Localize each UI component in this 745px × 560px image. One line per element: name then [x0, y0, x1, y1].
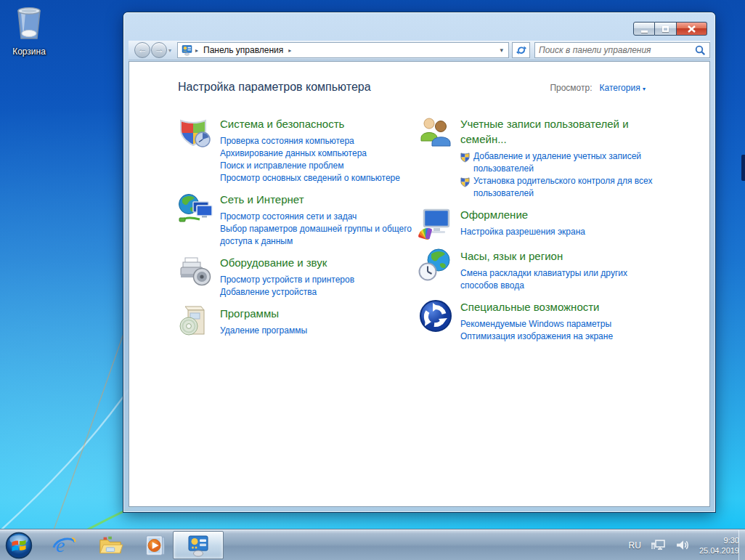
uac-shield-icon: [460, 152, 470, 163]
show-desktop-button[interactable]: [738, 529, 745, 560]
maximize-icon: [662, 26, 669, 32]
task-link[interactable]: Смена раскладки клавиатуры или других сп…: [460, 267, 658, 292]
media-player-icon: [142, 533, 167, 558]
category-title[interactable]: Часы, язык и регион: [460, 248, 658, 264]
maximize-button[interactable]: [655, 22, 677, 36]
right-column: Учетные записи пользователей и семейн...: [418, 115, 669, 349]
page-header: Настройка параметров компьютера Просмотр…: [178, 81, 646, 94]
category-appearance: Оформление Настройка разрешения экрана: [418, 206, 669, 241]
category-title[interactable]: Сеть и Интернет: [220, 192, 413, 207]
category-title[interactable]: Программы: [220, 306, 413, 321]
refresh-button[interactable]: [512, 42, 530, 58]
task-link[interactable]: Добавление устройства: [220, 286, 413, 299]
windows-start-icon: [5, 532, 33, 559]
recycle-bin-label: Корзина: [7, 46, 51, 57]
category-title[interactable]: Учетные записи пользователей и семейн...: [460, 116, 658, 147]
internet-explorer-icon: e: [52, 533, 76, 558]
view-control: Просмотр: Категория ▾: [550, 83, 646, 93]
recycle-bin-icon: [12, 6, 46, 42]
close-icon: [688, 25, 696, 33]
view-label: Просмотр:: [550, 83, 592, 93]
task-link[interactable]: Проверка состояния компьютера: [220, 135, 413, 147]
network-globe-icon[interactable]: [178, 191, 213, 226]
tray-date: 25.04.2019: [699, 545, 739, 556]
task-link-uac[interactable]: Установка родительского контроля для все…: [460, 175, 658, 200]
tray-clock[interactable]: 9:30 25.04.2019: [699, 535, 739, 556]
category-columns: Система и безопасность Проверка состояни…: [178, 115, 669, 349]
taskbar-item-internet-explorer[interactable]: e: [49, 532, 78, 559]
category-system-security: Система и безопасность Проверка состояни…: [178, 115, 418, 184]
desktop: { "desktop": { "recycle_bin_label": "Кор…: [0, 0, 745, 560]
history-dropdown-icon[interactable]: ▾: [168, 47, 171, 54]
taskbar-item-media-player[interactable]: [140, 532, 169, 559]
start-button[interactable]: [4, 532, 33, 559]
task-link[interactable]: Выбор параметров домашней группы и общег…: [220, 223, 413, 248]
breadcrumb-chevron-icon[interactable]: ▸: [195, 47, 198, 54]
language-indicator[interactable]: RU: [629, 540, 641, 551]
forward-icon: →: [155, 44, 164, 55]
breadcrumb-control-panel[interactable]: Панель управления: [203, 45, 283, 55]
navigation-bar: ← → ▾ ▸ Панель управления ▸ ▾: [129, 41, 710, 60]
chevron-down-icon: ▾: [643, 86, 646, 92]
page-title: Настройка параметров компьютера: [178, 81, 371, 94]
printer-sound-icon[interactable]: [178, 254, 213, 289]
task-link[interactable]: Поиск и исправление проблем: [220, 160, 413, 172]
search-input[interactable]: [539, 45, 695, 55]
category-user-accounts: Учетные записи пользователей и семейн...: [418, 115, 669, 200]
clock-region-icon[interactable]: [418, 248, 453, 283]
view-category-dropdown[interactable]: Категория ▾: [600, 83, 646, 93]
task-link-uac[interactable]: Добавление и удаление учетных записей по…: [460, 150, 658, 175]
search-icon[interactable]: [695, 45, 706, 56]
address-bar[interactable]: ▸ Панель управления ▸ ▾: [177, 42, 509, 58]
uac-shield-icon: [460, 176, 470, 187]
left-column: Система и безопасность Проверка состояни…: [178, 115, 418, 349]
folder-icon: [97, 533, 123, 558]
taskbar: e RU: [0, 529, 745, 560]
task-link[interactable]: Просмотр основных сведений о компьютере: [220, 172, 413, 184]
ease-of-access-icon[interactable]: [418, 299, 453, 333]
task-link[interactable]: Просмотр состояния сети и задач: [220, 211, 413, 223]
network-icon[interactable]: [651, 539, 667, 552]
forward-button[interactable]: →: [151, 42, 167, 58]
back-icon: ←: [138, 44, 147, 55]
recycle-bin[interactable]: Корзина: [7, 6, 51, 57]
taskbar-item-control-panel-active[interactable]: [173, 531, 224, 559]
address-dropdown-icon[interactable]: ▾: [497, 46, 505, 54]
close-button[interactable]: [677, 22, 707, 36]
control-panel-content: Настройка параметров компьютера Просмотр…: [129, 61, 710, 507]
taskbar-item-windows-explorer[interactable]: [96, 532, 125, 559]
desktop-edge-mark: [741, 155, 745, 181]
system-tray: RU 9:30 25.04.2019: [629, 529, 739, 560]
program-box-icon[interactable]: [178, 305, 213, 340]
speaker-icon[interactable]: [676, 539, 690, 551]
category-title[interactable]: Система и безопасность: [220, 116, 413, 131]
task-link[interactable]: Удаление программы: [220, 325, 413, 337]
appearance-icon[interactable]: [418, 206, 453, 241]
task-link[interactable]: Архивирование данных компьютера: [220, 147, 413, 160]
category-network-internet: Сеть и Интернет Просмотр состояния сети …: [178, 191, 418, 248]
minimize-button[interactable]: [633, 22, 655, 36]
task-link[interactable]: Рекомендуемые Windows параметры: [460, 318, 658, 330]
user-accounts-icon[interactable]: [418, 115, 453, 150]
breadcrumb-chevron-icon[interactable]: ▸: [288, 47, 291, 54]
control-panel-icon: [181, 44, 193, 56]
task-link[interactable]: Настройка разрешения экрана: [460, 226, 658, 238]
refresh-icon: [516, 45, 526, 55]
category-title[interactable]: Оформление: [460, 207, 658, 222]
control-panel-icon: [186, 534, 211, 557]
category-title[interactable]: Специальные возможности: [460, 299, 658, 315]
task-link[interactable]: Просмотр устройств и принтеров: [220, 274, 413, 286]
category-programs: Программы Удаление программы: [178, 305, 418, 340]
category-title[interactable]: Оборудование и звук: [220, 255, 413, 270]
category-hardware-sound: Оборудование и звук Просмотр устройств и…: [178, 254, 418, 299]
category-ease-of-access: Специальные возможности Рекомендуемые Wi…: [418, 299, 669, 343]
back-button[interactable]: ←: [134, 42, 150, 58]
task-link[interactable]: Оптимизация изображения на экране: [460, 330, 658, 343]
tray-time: 9:30: [699, 535, 739, 545]
window-controls: [633, 22, 707, 36]
search-box: [534, 42, 710, 58]
control-panel-window: ← → ▾ ▸ Панель управления ▸ ▾: [123, 12, 715, 512]
security-shield-icon[interactable]: [178, 115, 213, 150]
svg-text:e: e: [56, 534, 65, 556]
minimize-icon: [641, 31, 648, 33]
